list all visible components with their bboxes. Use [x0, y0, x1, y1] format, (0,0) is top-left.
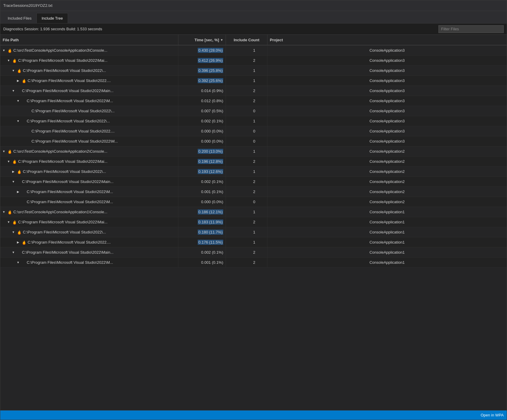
expand-icon[interactable]: ▶ [16, 190, 20, 194]
table-row[interactable]: ▼ C:\Program Files\Microsoft Visual Stud… [0, 217, 507, 227]
tab-included-files[interactable]: Included Files [3, 13, 37, 23]
no-expand-icon [20, 109, 25, 113]
table-row[interactable]: ▼C:\Program Files\Microsoft Visual Studi… [0, 116, 507, 126]
table-row[interactable]: ▶ C:\Program Files\Microsoft Visual Stud… [0, 237, 507, 247]
cell-filepath: ▶ C:\Program Files\Microsoft Visual Stud… [0, 237, 178, 247]
collapse-icon[interactable]: ▼ [11, 68, 16, 73]
cell-count: 1 [226, 237, 267, 247]
tab-bar: Included Files Include Tree [0, 11, 507, 23]
cell-project: ConsoleApplication3 [267, 56, 507, 65]
col-header-time[interactable]: Time [sec, %] ▼ [178, 35, 226, 45]
path-text: C:\Program Files\Microsoft Visual Studio… [18, 159, 107, 164]
table-row[interactable]: ▼ C:\Program Files\Microsoft Visual Stud… [0, 157, 507, 167]
cell-count: 1 [226, 207, 267, 217]
time-value-highlighted: 0.180 (11.7%) [198, 230, 223, 235]
cell-filepath: ▼ C:\Program Files\Microsoft Visual Stud… [0, 66, 178, 75]
table-row[interactable]: ▼C:\Program Files\Microsoft Visual Studi… [0, 247, 507, 258]
table-row[interactable]: C:\Program Files\Microsoft Visual Studio… [0, 126, 507, 136]
table-row[interactable]: C:\Program Files\Microsoft Visual Studio… [0, 136, 507, 146]
collapse-icon[interactable]: ▼ [16, 99, 20, 103]
open-in-wpa-link[interactable]: Open in WPA [481, 413, 504, 417]
cell-project: ConsoleApplication1 [267, 217, 507, 227]
table-row[interactable]: ▼ C:\src\TestConsoleApp\ConsoleApplicati… [0, 45, 507, 56]
table-row[interactable]: ▼C:\Program Files\Microsoft Visual Studi… [0, 258, 507, 268]
expand-icon[interactable]: ▶ [16, 240, 20, 245]
cell-project: ConsoleApplication1 [267, 258, 507, 267]
collapse-icon[interactable]: ▼ [16, 260, 20, 265]
table-row[interactable]: ▶ C:\Program Files\Microsoft Visual Stud… [0, 76, 507, 86]
path-text: C:\Program Files\Microsoft Visual Studio… [27, 119, 110, 123]
cell-filepath: ▶C:\Program Files\Microsoft Visual Studi… [0, 187, 178, 197]
collapse-icon[interactable]: ▼ [1, 210, 6, 214]
col-header-filepath[interactable]: File Path [0, 35, 178, 45]
cell-filepath: ▼ C:\Program Files\Microsoft Visual Stud… [0, 56, 178, 65]
cell-time: 0.007 (0.5%) [178, 106, 226, 116]
path-text: C:\Program Files\Microsoft Visual Studio… [22, 89, 113, 93]
collapse-icon[interactable]: ▼ [11, 250, 16, 255]
table-row[interactable]: ▼ C:\Program Files\Microsoft Visual Stud… [0, 56, 507, 66]
cell-project: ConsoleApplication2 [267, 187, 507, 197]
cell-project: ConsoleApplication3 [267, 136, 507, 146]
table-row[interactable]: ▼ C:\src\TestConsoleApp\ConsoleApplicati… [0, 146, 507, 157]
col-header-project[interactable]: Project [267, 35, 507, 45]
collapse-icon[interactable]: ▼ [1, 48, 6, 53]
path-text: C:\Program Files\Microsoft Visual Studio… [27, 200, 113, 204]
flame-icon [17, 230, 22, 235]
path-text: C:\Program Files\Microsoft Visual Studio… [27, 99, 113, 103]
flame-icon [12, 58, 17, 63]
cell-time: 0.430 (28.0%) [178, 45, 226, 55]
cell-project: ConsoleApplication2 [267, 177, 507, 187]
collapse-icon[interactable]: ▼ [11, 230, 16, 235]
flame-icon [17, 169, 22, 174]
path-text: C:\Program Files\Microsoft Visual Studio… [31, 129, 115, 133]
cell-count: 2 [226, 86, 267, 96]
cell-count: 1 [226, 45, 267, 55]
expand-icon[interactable]: ▶ [16, 78, 20, 83]
collapse-icon[interactable]: ▼ [6, 159, 11, 164]
collapse-icon[interactable]: ▼ [6, 220, 11, 225]
cell-project: ConsoleApplication1 [267, 247, 507, 257]
path-text: C:\Program Files\Microsoft Visual Studio… [22, 250, 113, 255]
table-row[interactable]: C:\Program Files\Microsoft Visual Studio… [0, 197, 507, 207]
cell-count: 2 [226, 217, 267, 227]
table-row[interactable]: ▶C:\Program Files\Microsoft Visual Studi… [0, 187, 507, 197]
path-text: C:\src\TestConsoleApp\ConsoleApplication… [13, 48, 107, 53]
table-row[interactable]: ▼C:\Program Files\Microsoft Visual Studi… [0, 96, 507, 106]
tab-include-tree[interactable]: Include Tree [37, 13, 68, 23]
cell-time: 0.176 (11.5%) [178, 237, 226, 247]
cell-time: 0.412 (26.9%) [178, 56, 226, 65]
cell-time: 0.392 (25.6%) [178, 76, 226, 86]
cell-filepath: C:\Program Files\Microsoft Visual Studio… [0, 197, 178, 207]
table-row[interactable]: ▼ C:\src\TestConsoleApp\ConsoleApplicati… [0, 207, 507, 217]
cell-count: 0 [226, 106, 267, 116]
cell-project: ConsoleApplication3 [267, 106, 507, 116]
table-container: File Path Time [sec, %] ▼ Include Count … [0, 35, 507, 410]
cell-filepath: ▼ C:\src\TestConsoleApp\ConsoleApplicati… [0, 207, 178, 217]
table-row[interactable]: C:\Program Files\Microsoft Visual Studio… [0, 106, 507, 116]
table-row[interactable]: ▼C:\Program Files\Microsoft Visual Studi… [0, 86, 507, 96]
path-text: C:\Program Files\Microsoft Visual Studio… [28, 240, 111, 244]
cell-filepath: ▼C:\Program Files\Microsoft Visual Studi… [0, 96, 178, 106]
collapse-icon[interactable]: ▼ [6, 58, 11, 63]
table-row[interactable]: ▼ C:\Program Files\Microsoft Visual Stud… [0, 66, 507, 76]
col-header-count[interactable]: Include Count [226, 35, 267, 45]
expand-icon[interactable]: ▶ [11, 169, 16, 174]
table-row[interactable]: ▼C:\Program Files\Microsoft Visual Studi… [0, 177, 507, 187]
cell-time: 0.000 (0.0%) [178, 126, 226, 136]
path-text: C:\Program Files\Microsoft Visual Studio… [22, 179, 113, 184]
cell-count: 2 [226, 157, 267, 166]
path-text: C:\Program Files\Microsoft Visual Studio… [23, 169, 106, 174]
table-row[interactable]: ▶ C:\Program Files\Microsoft Visual Stud… [0, 167, 507, 177]
collapse-icon[interactable]: ▼ [1, 149, 6, 154]
table-body[interactable]: ▼ C:\src\TestConsoleApp\ConsoleApplicati… [0, 45, 507, 410]
cell-count: 2 [226, 177, 267, 187]
collapse-icon[interactable]: ▼ [11, 179, 16, 184]
collapse-icon[interactable]: ▼ [11, 89, 16, 93]
filter-input[interactable] [438, 25, 504, 33]
flame-icon [12, 159, 17, 164]
time-value-highlighted: 0.430 (28.0%) [198, 48, 223, 53]
table-row[interactable]: ▼ C:\Program Files\Microsoft Visual Stud… [0, 227, 507, 237]
cell-filepath: C:\Program Files\Microsoft Visual Studio… [0, 126, 178, 136]
time-value-highlighted: 0.183 (11.9%) [198, 220, 223, 225]
collapse-icon[interactable]: ▼ [16, 119, 20, 124]
